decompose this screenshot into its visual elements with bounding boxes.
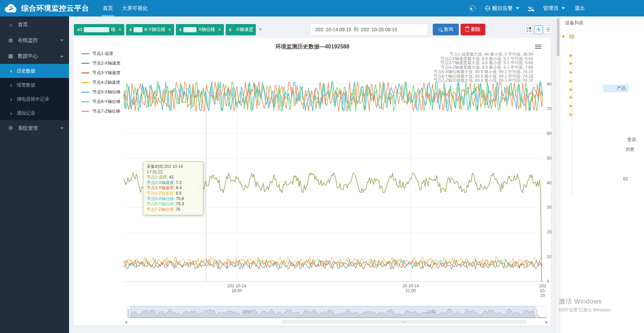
tree-node-expand-icon[interactable] [570,62,573,65]
sidebar-item-label: 数据中心 [18,53,56,59]
tree-node-expand-icon[interactable] [570,104,573,108]
tooltip-series-value: 8.4 [176,185,182,190]
globe-icon: ◍ [8,37,14,43]
y-axis-tick-label: 40 [547,181,551,185]
tree-node-expand-icon[interactable] [570,80,573,83]
query-button[interactable]: 查询 [433,24,459,35]
logout-button[interactable]: 退出 [575,5,585,12]
chip-prefix: 4 [179,27,182,32]
sidebar-item-label: 首页 [18,21,64,28]
tree-node-expand-icon[interactable] [570,71,573,74]
legend-item[interactable]: 节点6-Y轴位移 [81,97,121,106]
close-icon[interactable]: × [118,27,121,32]
filter-chip-0[interactable]: 40移× [74,24,124,35]
filter-chip-2[interactable]: 4X轴位移× [176,24,224,35]
sidebar-subitem-6[interactable]: ›通知记录 [0,106,69,120]
close-icon[interactable]: × [168,27,171,32]
legend-item[interactable]: 节点7-Z轴位移 [81,106,121,116]
tooltip-row: 节点2-X轴速度: 7.2 [147,180,200,186]
grid-view-button[interactable] [524,25,533,34]
close-icon[interactable]: × [218,27,221,32]
tree-node-fragment[interactable]: 82 [623,176,628,181]
device-tree: 产品警器勿更82 [560,30,644,333]
nav-item-home[interactable]: 首页 [98,0,117,16]
sidebar-item-2[interactable]: ▦数据中心 [0,48,69,64]
map-view-button[interactable] [544,25,552,34]
legend-item[interactable]: 节点2-X轴速度 [81,58,121,68]
datazoom-left-handle[interactable] [128,309,131,315]
sidebar-subitem-3[interactable]: ›历史数据 [0,64,69,78]
chip-select-caret-icon[interactable] [259,28,262,31]
sidebar-subitem-4[interactable]: ›报警数据 [0,78,69,92]
navbar-right: 醒目告警 管理员 退出 [470,0,644,16]
chip-suffix: X轴位移 [198,26,215,33]
tooltip-row: 节点6-Y轴位移: 75.3 [147,202,200,207]
datazoom-selected-range[interactable] [130,306,535,318]
delete-button[interactable]: 删除 [461,24,485,35]
date-end-year: 202 [361,27,369,32]
sidebar-subitem-label: 通知记录 [17,110,35,116]
legend-item[interactable]: 节点1-温度 [81,49,121,58]
redacted-text [84,27,109,32]
chart-stats: 节点1-温度最大值: 44 最小值: 0 平均值: 38.54节点2-X轴速度最… [433,52,533,83]
tree-node-selected[interactable]: 产品 [603,84,629,92]
tree-node-expand-icon[interactable] [570,54,573,57]
filter-chip-1[interactable]: 46-Y轴位移× [126,24,174,35]
sidebar-subitem-label: 继电器操作记录 [17,96,49,102]
legend-item[interactable]: 节点3-Y轴速度 [81,68,121,78]
datazoom-slider[interactable]: 18:00 21:00 [127,306,546,318]
tooltip-series-value: 41 [169,175,173,180]
tooltip-series-label: 节点2-X轴速度: [147,180,176,185]
filter-chip-3[interactable]: 4-X轴速度 [226,24,256,35]
sidebar-item-7[interactable]: ⚙系统管理 [0,120,69,136]
date-start: 10-14 09:15 [326,27,351,32]
tree-node-fragment[interactable]: 勿更 [625,146,634,152]
legend-label: 节点4-Z轴速度 [92,80,120,85]
history-chart-card: 环境监测历史数据—40192588 节点1-温度节点2-X轴速度节点3-Y轴速度… [74,38,551,325]
home-icon: ⌂ [8,22,14,27]
sidebar-item-1[interactable]: ◍在线监控 [0,32,69,48]
tooltip-series-value: 7.2 [176,180,182,185]
trend-view-button[interactable] [534,25,543,34]
tooltip-series-label: 节点4-Z轴速度: [147,191,176,196]
windows-watermark: 激活 Windows 转到“设置”以激活 Windows。 [559,297,615,313]
legend-marker [81,82,89,83]
chip-prefix: 40 [77,27,82,32]
main-area: 40移×46-Y轴位移×4X轴位移×4-X轴速度 202 10-14 09:15… [69,16,556,333]
legend-label: 节点2-X轴速度 [92,60,121,66]
tree-root-node-icon[interactable] [569,34,574,38]
redacted-text [134,27,143,32]
legend-marker [81,72,89,73]
theme-palette-icon[interactable] [470,5,475,11]
trash-icon [465,28,469,32]
sidebar-subitem-5[interactable]: ›继电器操作记录 [0,92,69,106]
legend-item[interactable]: 节点4-Z轴速度 [81,78,121,87]
tooltip-series-value: 75 [176,207,180,212]
tree-node-expand-icon[interactable] [570,88,573,91]
scrollbar-thumb[interactable] [282,320,527,323]
sidebar-item-0[interactable]: ⌂首页 [0,16,69,32]
tree-root-expand-icon[interactable] [562,35,566,39]
scroll-right-icon[interactable]: ▶ [545,320,548,324]
tree-node-expand-icon[interactable] [570,96,573,99]
date-range-input[interactable]: 202 10-14 09:15 到 202 10-20 09:15 [310,24,428,35]
tree-node-fragment[interactable]: 警器 [627,137,636,143]
chip-suffix: -X轴速度 [235,26,253,33]
scroll-left-icon[interactable]: ◀ [125,320,127,324]
nav-item-bigscreen[interactable]: 大屏可视化 [117,0,152,16]
y-axis-tick-label: 80 [547,82,551,87]
chart-horizontal-scrollbar[interactable]: ◀ ▶ [125,320,548,324]
tree-node-expand-icon[interactable] [570,113,573,116]
chart-menu-icon[interactable] [535,45,541,49]
alarm-toggle[interactable]: 醒目告警 [485,5,519,12]
admin-menu[interactable]: 管理员 [543,5,565,12]
legend-item[interactable]: 节点5-X轴位移 [81,87,121,97]
main-vertical-scrollbar[interactable] [556,16,560,333]
chart-title: 环境监测历史数据—40192588 [74,43,551,50]
vertical-scrollbar-thumb[interactable] [557,18,560,56]
notification-muted-icon[interactable] [529,7,533,11]
legend-label: 节点5-X轴位移 [92,89,121,95]
datazoom-right-handle[interactable] [534,309,537,315]
y-axis-tick-label: 50 [547,156,551,161]
y-axis-tick-label: 30 [547,205,551,210]
